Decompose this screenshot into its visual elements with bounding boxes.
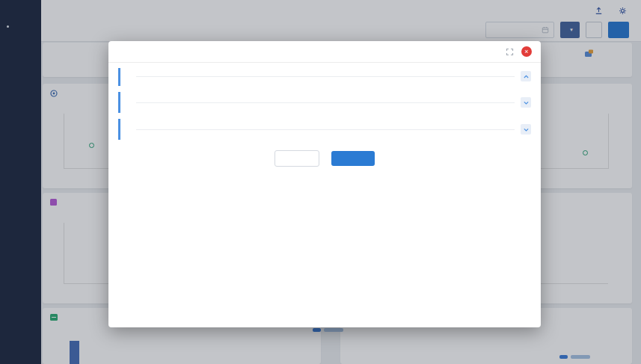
section-header[interactable] bbox=[126, 92, 531, 113]
divider bbox=[136, 129, 515, 130]
divider bbox=[136, 76, 515, 77]
modal-header: × bbox=[108, 41, 541, 63]
close-icon[interactable]: × bbox=[521, 46, 532, 57]
modal-confirm-button[interactable] bbox=[331, 151, 375, 166]
expand-button[interactable] bbox=[521, 97, 531, 108]
previous-step-button[interactable] bbox=[275, 150, 319, 167]
collapse-button[interactable] bbox=[521, 71, 531, 81]
project-section-1 bbox=[118, 68, 531, 86]
section-header[interactable] bbox=[126, 68, 531, 84]
modal-footer bbox=[108, 147, 541, 170]
divider bbox=[136, 102, 515, 103]
expand-button[interactable] bbox=[521, 124, 531, 135]
section-header[interactable] bbox=[126, 119, 531, 140]
modal-body bbox=[108, 63, 541, 146]
fullscreen-icon[interactable] bbox=[506, 48, 514, 56]
param-config-modal: × bbox=[108, 41, 541, 327]
project-section-3 bbox=[118, 119, 531, 140]
project-section-2 bbox=[118, 92, 531, 113]
